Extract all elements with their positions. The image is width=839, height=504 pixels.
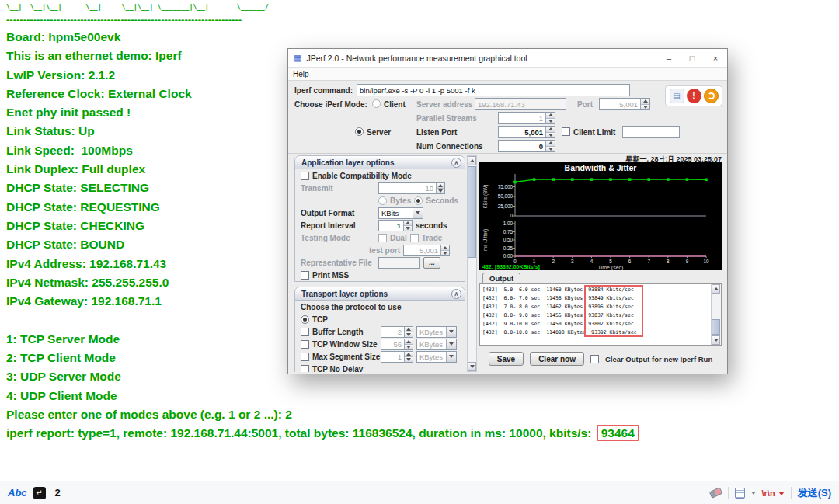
send-enter-icon[interactable]: ↵ xyxy=(33,487,46,499)
num-connections-label: Num Connections xyxy=(416,142,483,151)
clear-output-checkbox[interactable] xyxy=(590,355,599,363)
application-options-title: Application layer options xyxy=(301,158,394,167)
transmit-spinner[interactable]: 10 xyxy=(378,182,445,194)
stop-iperf-button[interactable]: ! xyxy=(687,89,701,103)
svg-text:ms (Jitter): ms (Jitter) xyxy=(482,229,489,251)
max-segment-checkbox[interactable] xyxy=(301,353,309,361)
tcp-window-unit-select[interactable]: KBytes xyxy=(416,339,457,350)
svg-text:4: 4 xyxy=(590,259,594,264)
collapse-icon[interactable]: ∧ xyxy=(451,289,461,299)
output-scrollbar[interactable] xyxy=(711,284,721,345)
transport-options-header[interactable]: Transport layer options ∧ xyxy=(295,287,465,301)
transport-options-title: Transport layer options xyxy=(301,290,388,298)
server-mode-radio[interactable] xyxy=(355,127,364,136)
output-lines: [432] 5.0- 6.0 sec 11460 KBytes93884 Kbi… xyxy=(482,286,721,337)
testing-mode-label: Testing Mode xyxy=(301,234,375,242)
close-button[interactable]: × xyxy=(704,49,727,68)
output-tab[interactable]: Output xyxy=(482,273,520,283)
browse-file-button[interactable]: ... xyxy=(423,257,440,269)
scroll-up-icon[interactable] xyxy=(468,156,476,165)
output-log[interactable]: [432] 5.0- 6.0 sec 11460 KBytes93884 Kbi… xyxy=(479,283,722,346)
bytes-radio[interactable] xyxy=(378,196,387,205)
client-mode-label: Client xyxy=(384,100,406,109)
report-interval-spinner[interactable]: 1 xyxy=(378,220,413,231)
client-mode-radio[interactable] xyxy=(372,99,381,108)
maximize-button[interactable]: □ xyxy=(681,49,704,68)
listen-port-label: Listen Port xyxy=(416,128,457,137)
application-options-header[interactable]: Application layer options ∧ xyxy=(295,156,465,169)
listen-port-spinner[interactable]: 5,001 xyxy=(498,126,555,138)
scroll-up-icon[interactable] xyxy=(712,284,720,294)
spinner-up-icon[interactable] xyxy=(641,99,649,105)
options-column: Application layer options ∧ Enable Compa… xyxy=(294,155,465,372)
iperf-command-label: Iperf command: xyxy=(294,86,353,95)
svg-text:0: 0 xyxy=(513,259,517,264)
tcp-window-spinner[interactable]: 56 xyxy=(381,339,413,350)
send-button[interactable]: 发送(S) xyxy=(798,486,831,500)
collapse-icon[interactable]: ∧ xyxy=(451,158,461,168)
scroll-down-icon[interactable] xyxy=(712,335,720,345)
buffer-length-label: Buffer Length xyxy=(312,328,378,336)
svg-text:0.50: 0.50 xyxy=(503,237,513,242)
representative-file-input[interactable] xyxy=(378,257,420,269)
iperf-command-input[interactable]: bin/iperf.exe -s -P 0 -i 1 -p 5001 -f k xyxy=(357,84,630,96)
dropdown-arrow-icon xyxy=(413,208,423,218)
tcp-window-checkbox[interactable] xyxy=(301,340,309,349)
jperf-main-area: Application layer options ∧ Enable Compa… xyxy=(288,154,727,374)
jperf-settings-form: Iperf command: bin/iperf.exe -s -P 0 -i … xyxy=(288,81,727,154)
parallel-streams-spinner[interactable]: 1 xyxy=(498,112,555,124)
trade-label: Trade xyxy=(422,234,443,242)
max-segment-spinner[interactable]: 1 xyxy=(381,351,413,363)
server-address-input[interactable]: 192.168.71.43 xyxy=(475,98,566,110)
representative-file-label: Representative File xyxy=(301,259,375,267)
print-mss-checkbox[interactable] xyxy=(301,271,309,280)
port-spinner[interactable]: 5,001 xyxy=(599,98,650,110)
seconds-label: Seconds xyxy=(426,196,458,205)
svg-text:75,000: 75,000 xyxy=(498,184,513,189)
scroll-thumb[interactable] xyxy=(712,319,720,335)
feedback-bubble-button[interactable]: ▤ xyxy=(670,89,684,103)
send-input-value[interactable]: 2 xyxy=(55,487,61,499)
line-ending-value: \r\n xyxy=(762,488,775,498)
results-pane: 星期一, 28 七月 2025 03:25:07 Bandwidth & Jit… xyxy=(479,154,723,374)
test-port-spinner[interactable]: 5,001 xyxy=(403,245,450,256)
spinner-down-icon[interactable] xyxy=(641,105,649,110)
clear-screen-button[interactable] xyxy=(710,489,722,496)
save-button[interactable]: Save xyxy=(489,352,524,366)
report-interval-label: Report Interval xyxy=(301,221,375,230)
buffer-length-spinner[interactable]: 2 xyxy=(381,326,413,338)
buffer-length-checkbox[interactable] xyxy=(301,328,309,336)
seconds-radio[interactable] xyxy=(414,196,423,205)
output-format-select[interactable]: KBits xyxy=(378,207,423,219)
num-connections-spinner[interactable]: 0 xyxy=(498,140,555,152)
scroll-thumb[interactable] xyxy=(468,166,476,258)
compat-mode-checkbox[interactable] xyxy=(301,172,309,180)
buffer-length-unit-select[interactable]: KBytes xyxy=(416,326,457,338)
client-limit-checkbox[interactable] xyxy=(562,127,570,136)
send-toolbar: Abc ↵ 2 \r\n 发送(S) xyxy=(0,481,839,504)
eraser-icon xyxy=(708,487,722,498)
svg-text:Time (sec): Time (sec) xyxy=(598,265,624,270)
tcp-no-delay-checkbox[interactable] xyxy=(301,365,309,373)
restart-iperf-button[interactable] xyxy=(704,89,719,103)
jperf-titlebar[interactable]: ▦ JPerf 2.0 - Network performance measur… xyxy=(288,49,727,68)
line-ending-select[interactable]: \r\n xyxy=(762,488,785,498)
max-segment-unit-select[interactable]: KBytes xyxy=(416,351,457,363)
scroll-down-icon[interactable] xyxy=(468,362,476,371)
window-title: JPerf 2.0 - Network performance measurem… xyxy=(306,54,657,63)
help-menu[interactable]: Help xyxy=(293,70,309,78)
client-limit-input[interactable] xyxy=(622,126,680,138)
minimize-button[interactable]: – xyxy=(657,49,681,68)
trade-checkbox[interactable] xyxy=(410,234,419,242)
ascii-mode-button[interactable]: Abc xyxy=(8,487,27,499)
tcp-radio[interactable] xyxy=(301,315,309,324)
dual-checkbox[interactable] xyxy=(378,234,387,242)
clear-now-button[interactable]: Clear now xyxy=(530,352,584,366)
output-line: [432] 5.0- 6.0 sec 11460 KBytes93884 Kbi… xyxy=(482,286,721,294)
multiline-dropdown-caret[interactable] xyxy=(751,492,756,495)
svg-text:6: 6 xyxy=(628,259,632,264)
mode-prompt-line: Please enter one of modes above (e.g. 1 … xyxy=(6,405,639,424)
terminal-menu-line: 4: UDP Client Mode xyxy=(6,387,639,405)
options-scrollbar[interactable] xyxy=(467,155,477,372)
multiline-send-icon[interactable] xyxy=(735,488,745,499)
